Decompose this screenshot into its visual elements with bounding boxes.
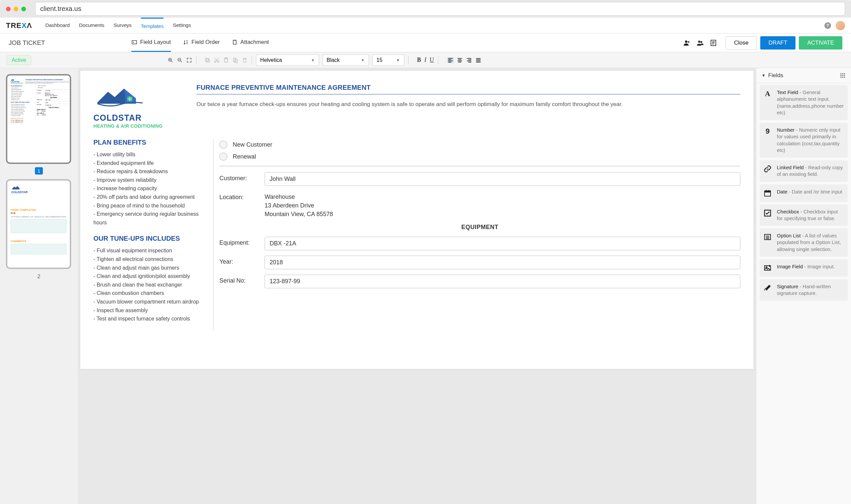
font-select[interactable]: Helvetica▼ <box>256 55 319 66</box>
align-justify-icon[interactable] <box>475 57 482 63</box>
paste-icon[interactable] <box>223 57 229 63</box>
field-items: A Text Field - General alphanumeric text… <box>756 83 851 303</box>
year-input[interactable]: 2018 <box>265 256 740 269</box>
sub-nav: JOB TICKET Field Layout Field Order Atta… <box>0 34 851 52</box>
minimize-window-button[interactable] <box>14 7 18 11</box>
nav-templates[interactable]: Templates <box>141 18 164 34</box>
location-value: Warehouse 13 Aberdeen Drive Mountain Vie… <box>265 191 740 218</box>
draft-button[interactable]: DRAFT <box>760 36 796 50</box>
page-thumbnail-2[interactable]: COLDSTAR ITEMS COMPLETED SYSTEM CURRENT … <box>6 179 71 269</box>
align-group <box>447 57 482 63</box>
order-icon <box>183 39 189 45</box>
svg-rect-31 <box>766 190 766 192</box>
document-page: COLDSTAR HEATING & AIR CODITIONING FURNA… <box>80 70 754 370</box>
help-icon[interactable]: ? <box>825 22 831 29</box>
link-icon <box>763 164 772 174</box>
url-bar[interactable]: client.trexa.us <box>35 2 845 16</box>
expand-icon[interactable] <box>186 57 192 63</box>
edit-group <box>204 57 248 63</box>
svg-point-5 <box>701 41 702 43</box>
close-window-button[interactable] <box>6 7 11 11</box>
field-number[interactable]: 9 Number - Numeric only input for values… <box>760 123 848 158</box>
traffic-lights <box>6 7 26 11</box>
zoom-in-icon[interactable] <box>167 57 174 63</box>
plan-benefits-list: Lower utility bills Extended equipment l… <box>93 150 203 227</box>
nav-documents[interactable]: Documents <box>79 18 104 34</box>
trash-icon[interactable] <box>242 57 248 63</box>
nav-settings[interactable]: Settings <box>173 18 191 34</box>
canvas[interactable]: COLDSTAR HEATING & AIR CODITIONING FURNA… <box>78 68 756 504</box>
format-group: B I U <box>417 56 434 64</box>
thumbnails-panel: COLDSTAR HEATING & AIR CODITIONING FURNA… <box>0 68 78 504</box>
avatar[interactable] <box>836 21 845 30</box>
field-signature[interactable]: Signature - Hand-written signature captu… <box>760 279 848 301</box>
serial-label: Serial No: <box>219 275 259 284</box>
users-icon[interactable] <box>696 39 704 47</box>
zoom-out-icon[interactable] <box>177 57 183 63</box>
tab-field-layout[interactable]: Field Layout <box>131 34 171 52</box>
cut-icon[interactable] <box>214 57 220 63</box>
add-user-icon[interactable] <box>683 39 690 47</box>
serial-input[interactable]: 123-897-99 <box>265 275 740 288</box>
nav-surveys[interactable]: Surveys <box>114 18 132 34</box>
calendar-icon <box>763 188 772 198</box>
page-thumbnail-1[interactable]: COLDSTAR HEATING & AIR CODITIONING FURNA… <box>6 74 71 164</box>
italic-icon[interactable]: I <box>424 56 427 64</box>
field-date[interactable]: Date - Date and /or time input <box>760 184 848 202</box>
top-nav: TREXΛ Dashboard Documents Surveys Templa… <box>0 18 851 34</box>
equipment-input[interactable]: DBX -21A <box>265 237 740 250</box>
form-icon[interactable] <box>710 39 717 47</box>
fields-header[interactable]: ▼ Fields <box>756 68 851 83</box>
list-item: Clean combustion chambers <box>93 289 203 298</box>
grid-view-icon[interactable] <box>840 72 846 78</box>
svg-rect-25 <box>844 75 845 76</box>
field-text[interactable]: A Text Field - General alphanumeric text… <box>760 85 848 120</box>
maximize-window-button[interactable] <box>21 7 26 11</box>
field-image[interactable]: Image Field - Image input. <box>760 259 848 276</box>
svg-rect-9 <box>206 59 210 62</box>
customer-input[interactable]: John Wall <box>265 172 740 186</box>
activate-button[interactable]: ACTIVATE <box>799 36 843 50</box>
nav-dashboard[interactable]: Dashboard <box>45 18 70 34</box>
list-item: Lower utility bills <box>93 150 203 159</box>
caret-down-icon: ▼ <box>311 58 315 62</box>
field-linked[interactable]: Linked Field - Read-only copy of an exis… <box>760 160 848 182</box>
align-center-icon[interactable] <box>456 57 463 63</box>
zoom-group <box>167 57 192 63</box>
list-item: Increase heating capacity <box>93 184 203 193</box>
svg-point-1 <box>133 42 134 42</box>
caret-down-icon: ▼ <box>361 58 365 62</box>
toolbar: Active Helvetica▼ Black▼ 15▼ B I U <box>0 52 851 68</box>
fields-panel: ▼ Fields A Text Field - General alphanum… <box>756 68 851 504</box>
color-select[interactable]: Black▼ <box>323 55 369 66</box>
copy-icon[interactable] <box>204 57 211 63</box>
field-checkbox[interactable]: Checkbox - Checkbox input for specifying… <box>760 204 848 226</box>
size-select[interactable]: 15▼ <box>372 55 404 66</box>
text-field-icon: A <box>763 89 772 98</box>
align-right-icon[interactable] <box>466 57 472 63</box>
close-button[interactable]: Close <box>726 36 757 50</box>
list-item: Clean and adjust main gas burners <box>93 264 203 272</box>
svg-rect-2 <box>233 40 236 44</box>
radio-renewal[interactable]: Renewal <box>219 150 740 163</box>
svg-rect-23 <box>840 75 841 76</box>
align-left-icon[interactable] <box>447 57 454 63</box>
underline-icon[interactable]: U <box>430 56 434 64</box>
location-label: Location: <box>219 191 259 201</box>
tab-field-order[interactable]: Field Order <box>183 34 220 52</box>
list-item: Bring peace of mind to the household <box>93 201 203 210</box>
company-name: COLDSTAR <box>93 113 180 123</box>
svg-rect-28 <box>844 77 845 78</box>
nav-links: Dashboard Documents Surveys Templates Se… <box>45 18 191 34</box>
checkbox-icon <box>763 209 772 218</box>
bold-icon[interactable]: B <box>417 56 421 64</box>
document-intro: Our twice a year furnace check-ups ensur… <box>197 101 740 109</box>
radio-icon <box>219 141 228 149</box>
field-option-list[interactable]: Option List - A list of values populated… <box>760 228 848 257</box>
layout-icon <box>131 39 137 45</box>
browser-chrome: client.trexa.us <box>0 0 851 18</box>
list-item: Improve system reliability <box>93 176 203 184</box>
tab-attachment[interactable]: Attachment <box>232 34 269 52</box>
duplicate-icon[interactable] <box>232 57 238 63</box>
radio-new-customer[interactable]: New Customer <box>219 139 740 150</box>
